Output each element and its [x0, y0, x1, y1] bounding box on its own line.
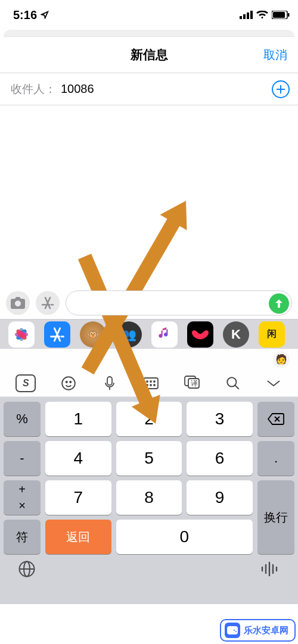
- keyboard-accessory-row: 🧑: [0, 349, 298, 370]
- message-input[interactable]: [66, 290, 292, 315]
- key-percent[interactable]: %: [4, 402, 41, 436]
- memoji-bubble-icon[interactable]: 🧑: [273, 351, 290, 368]
- key-6[interactable]: 6: [187, 441, 253, 476]
- status-right: [240, 8, 290, 22]
- appstore-button[interactable]: [36, 291, 60, 315]
- globe-icon: [18, 560, 36, 578]
- svg-point-24: [154, 381, 155, 382]
- appstore-app-icon[interactable]: [44, 321, 70, 348]
- svg-rect-2: [247, 12, 249, 19]
- key-8[interactable]: 8: [116, 480, 182, 515]
- fitness-app-icon[interactable]: [187, 321, 213, 348]
- recipient-label: 收件人：: [11, 82, 56, 97]
- svg-point-18: [66, 381, 67, 382]
- svg-point-23: [150, 381, 151, 382]
- svg-rect-3: [250, 11, 253, 19]
- key-9[interactable]: 9: [187, 480, 253, 515]
- translate-button[interactable]: 译: [184, 375, 200, 392]
- svg-point-26: [150, 384, 151, 386]
- numeric-keyboard: % 1 2 3 - 4 5 6 . + × 7 8 9 换行 符 返回 0: [0, 397, 298, 604]
- nav-bar: 新信息 取消: [0, 37, 298, 73]
- mic-button[interactable]: [101, 375, 118, 392]
- svg-rect-0: [240, 16, 242, 19]
- backspace-icon: [267, 412, 285, 426]
- key-4[interactable]: 4: [45, 441, 111, 476]
- klook-app-icon[interactable]: K: [223, 321, 249, 348]
- signal-icon: [240, 8, 253, 22]
- key-plus-mult[interactable]: + ×: [4, 480, 41, 515]
- dismiss-keyboard-button[interactable]: [265, 375, 282, 392]
- sogou-button[interactable]: S: [15, 374, 36, 392]
- key-0[interactable]: 0: [116, 520, 253, 554]
- status-bar: 5:16: [0, 0, 298, 30]
- send-button[interactable]: [269, 293, 289, 314]
- camera-icon: [11, 297, 25, 309]
- plus-icon: [275, 84, 286, 95]
- key-dot[interactable]: .: [257, 441, 294, 476]
- gamepad-icon: [225, 623, 240, 638]
- battery-icon: [272, 8, 290, 22]
- key-symbols[interactable]: 符: [4, 520, 41, 554]
- svg-rect-5: [273, 12, 285, 18]
- svg-rect-20: [107, 377, 112, 385]
- dictation-button[interactable]: [259, 561, 280, 579]
- cancel-button[interactable]: 取消: [263, 47, 287, 63]
- emoji-button[interactable]: [60, 375, 77, 392]
- key-1[interactable]: 1: [45, 402, 111, 436]
- key-5[interactable]: 5: [116, 441, 182, 476]
- svg-point-22: [147, 381, 148, 382]
- svg-rect-1: [243, 14, 246, 19]
- key-7[interactable]: 7: [45, 480, 111, 515]
- xianyu-app-icon[interactable]: 闲: [259, 321, 285, 348]
- photos-app-icon[interactable]: [8, 321, 35, 348]
- page-title: 新信息: [131, 46, 168, 63]
- camera-button[interactable]: [6, 291, 30, 315]
- key-3[interactable]: 3: [187, 402, 253, 436]
- svg-point-27: [154, 384, 155, 386]
- svg-rect-6: [288, 13, 290, 17]
- sheet-grabber: [4, 30, 294, 37]
- recipient-value[interactable]: 10086: [61, 82, 272, 96]
- status-time: 5:16: [13, 8, 49, 22]
- svg-point-19: [70, 381, 71, 382]
- svg-line-31: [235, 385, 239, 389]
- recipient-row[interactable]: 收件人： 10086: [0, 73, 298, 105]
- keyboard-bottom-row: [4, 554, 294, 604]
- watermark-logo: 乐水安卓网: [220, 619, 296, 642]
- arrow-up-icon: [274, 298, 284, 309]
- wifi-icon: [256, 8, 268, 22]
- mic-wave-icon: [259, 561, 280, 577]
- key-backspace[interactable]: [257, 402, 294, 436]
- music-app-icon[interactable]: [151, 321, 178, 348]
- compose-row: [0, 287, 298, 319]
- message-body-area: [0, 105, 298, 287]
- svg-point-17: [62, 377, 75, 390]
- key-newline[interactable]: 换行: [257, 480, 294, 554]
- search-button[interactable]: [225, 375, 241, 392]
- key-minus[interactable]: -: [4, 441, 41, 476]
- svg-point-30: [227, 377, 236, 386]
- add-contact-button[interactable]: [272, 80, 290, 98]
- imessage-app-strip[interactable]: 🐵 👥 K 闲: [0, 319, 298, 349]
- globe-button[interactable]: [18, 560, 36, 580]
- key-return[interactable]: 返回: [45, 520, 111, 554]
- appstore-a-icon: [41, 296, 55, 310]
